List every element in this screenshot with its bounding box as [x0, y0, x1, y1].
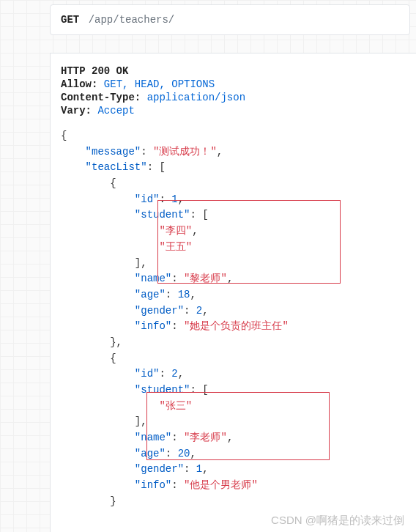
json-body: { "message": "测试成功！", "teacList": [ { "i…: [61, 128, 406, 510]
json-key: "gender": [135, 305, 184, 317]
response-panel: HTTP 200 OK Allow: GET, HEAD, OPTIONS Co…: [50, 53, 416, 532]
status-text: HTTP 200 OK: [61, 65, 128, 77]
watermark-author: @啊猪是的读来过倒: [305, 514, 404, 526]
json-key: "age": [135, 289, 166, 300]
json-key: "age": [135, 448, 166, 459]
json-key: "id": [135, 368, 160, 380]
json-number: 2: [171, 368, 177, 380]
ctype-value: application/json: [147, 92, 245, 103]
json-key: "name": [135, 273, 171, 284]
json-string: "黎老师": [184, 273, 227, 284]
json-key: "teacList": [86, 161, 147, 173]
endpoint-panel: GET /app/teachers/: [50, 4, 410, 35]
json-string: "他是个男老师": [184, 479, 258, 491]
json-number: 2: [196, 305, 202, 317]
json-number: 18: [178, 289, 190, 300]
vary-label: Vary:: [61, 105, 92, 117]
watermark-brand: CSDN: [271, 514, 302, 526]
http-path: /app/teachers/: [89, 14, 175, 26]
json-key: "info": [135, 320, 171, 332]
json-number: 1: [196, 463, 202, 475]
json-string: "李老师": [184, 432, 227, 443]
status-line: HTTP 200 OK: [61, 65, 406, 77]
json-key: "message": [86, 146, 141, 158]
json-string: "李四": [159, 225, 192, 237]
json-key: "info": [135, 479, 171, 491]
header-vary: Vary: Accept: [61, 105, 406, 117]
json-key: "student": [135, 209, 190, 221]
allow-label: Allow:: [61, 78, 97, 90]
vary-value: Accept: [97, 105, 134, 117]
json-key: "name": [135, 432, 171, 443]
json-key: "id": [135, 193, 160, 205]
http-method: GET: [61, 14, 79, 26]
ctype-label: Content-Type:: [61, 92, 141, 103]
page-content: GET /app/teachers/ HTTP 200 OK Allow: GE…: [0, 4, 416, 532]
json-key: "gender": [135, 463, 184, 475]
header-allow: Allow: GET, HEAD, OPTIONS: [61, 78, 406, 90]
json-number: 1: [171, 193, 177, 205]
json-string: "王五": [159, 241, 192, 253]
watermark: CSDN @啊猪是的读来过倒: [271, 514, 404, 528]
json-string: "张三": [159, 400, 192, 412]
json-number: 20: [178, 448, 190, 459]
header-content-type: Content-Type: application/json: [61, 92, 406, 103]
json-key: "student": [135, 384, 190, 396]
json-string: "她是个负责的班主任": [184, 320, 289, 332]
allow-value: GET, HEAD, OPTIONS: [104, 78, 215, 90]
json-string: "测试成功！": [153, 146, 217, 158]
